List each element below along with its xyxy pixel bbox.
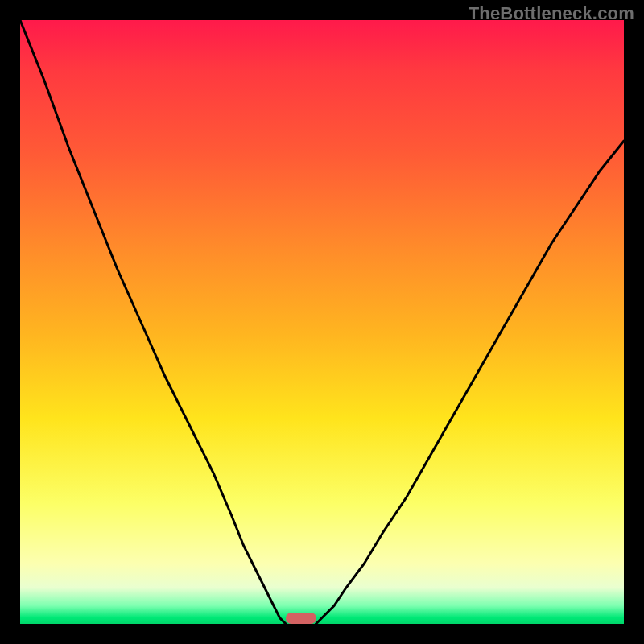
plot-area [20, 20, 624, 624]
right-curve [316, 141, 625, 624]
watermark-text: TheBottleneck.com [469, 3, 634, 24]
chart-frame: TheBottleneck.com [0, 0, 644, 644]
left-curve [20, 20, 286, 624]
curves-layer [20, 20, 624, 624]
bottleneck-marker [286, 613, 316, 624]
